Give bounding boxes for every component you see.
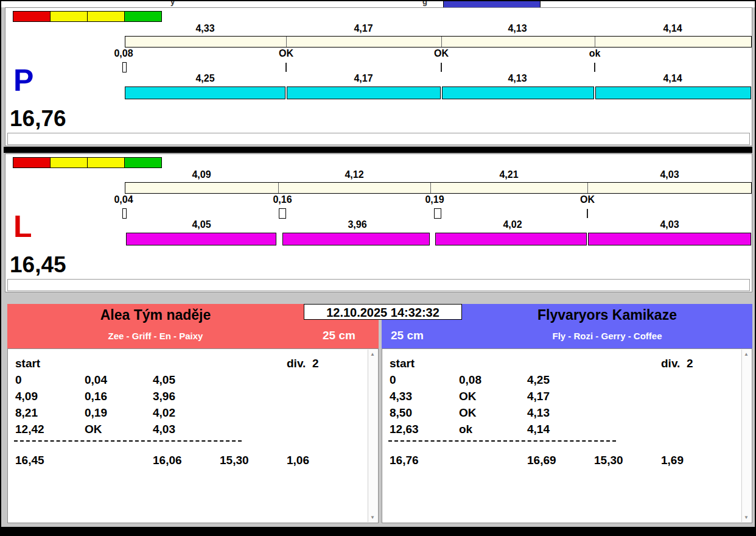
datetime-display: 12.10.2025 14:32:32 [304,304,462,320]
change-marker-3: OK [405,48,478,59]
start-lights [13,11,162,22]
leg-time-4: 4,03 [633,219,706,230]
division-label: div. 2 [661,357,693,370]
lane-divider [4,147,752,153]
leg-bar-segment [442,86,594,99]
change-time: OK [459,390,477,403]
change-tick-box [122,208,127,219]
record-time: 15,30 [594,454,623,467]
split-time-4: 4,14 [636,23,709,34]
leg-bar-segment [282,233,430,245]
light-yellow-2 [87,157,125,168]
totals-row: 16,45 16,06 15,30 1,06 [8,454,378,468]
leg-time-2: 3,96 [321,219,394,230]
split-time-3: 4,21 [472,169,545,180]
cumulative-time: 8,21 [15,406,38,420]
team-category: 25 cm [323,329,355,342]
leg-time: 4,14 [527,423,550,436]
change-marker-1: 0,08 [87,48,160,59]
leg-time: 4,17 [527,390,550,403]
change-tick-box [434,208,441,219]
division-label: div. 2 [287,357,318,370]
leg-time-1: 4,25 [169,73,242,84]
lane-total-time: 16,76 [10,107,66,131]
leg-time-4: 4,14 [636,73,709,84]
cumulative-time: 0 [390,373,396,387]
leg-bar-segment [126,233,276,245]
leg-bar-segment [125,86,285,99]
split-time-2: 4,12 [318,169,391,180]
light-red [13,157,51,168]
start-label: start [15,357,40,370]
toolbar-button-sliver[interactable] [443,1,541,7]
split-time-1: 4,09 [165,169,238,180]
totals-separator [14,440,242,442]
table-row: 4,09 0,16 3,96 [8,390,378,404]
change-marker-4: OK [551,194,624,205]
split-time-2: 4,17 [327,23,400,34]
change-time: 0,04 [85,373,107,387]
leg-time-3: 4,02 [476,219,549,230]
light-yellow-1 [50,11,88,22]
leg-bar-segment [435,233,587,245]
diff-time: 1,06 [287,454,309,467]
bar-separator [430,183,431,193]
lane-panel-left: 4,09 4,12 4,21 4,03 0,04 0,16 0,19 OK 4,… [5,153,752,292]
leg-time: 3,96 [153,390,175,403]
light-yellow-1 [50,157,88,168]
scroll-down-icon[interactable]: ▼ [368,515,377,520]
light-green [124,157,162,168]
team-left-results-panel: start div. 2 0 0,04 4,05 4,09 0,16 3,96 … [7,348,379,523]
change-marker-3: 0,19 [398,194,471,205]
table-row: 8,21 0,19 4,02 [8,406,378,421]
cumulative-time: 12,63 [390,423,419,436]
lane-letter: P [13,65,33,96]
record-time: 15,30 [220,454,249,467]
change-tick-line [587,209,588,218]
bar-separator [286,37,287,47]
cumulative-time: 4,09 [15,390,38,403]
leg-time-3: 4,13 [481,73,554,84]
change-time: OK [85,423,102,436]
change-time: OK [459,406,477,420]
flyball-timing-screen: ý g 4,33 4,17 4,13 4,14 0,08 OK OK ok 4,… [0,0,756,536]
change-marker-1: 0,04 [87,194,160,205]
leg-time: 4,13 [527,406,550,420]
light-red [13,11,51,22]
team-category: 25 cm [391,329,424,342]
scrollbar[interactable]: ▲ ▼ [368,350,377,522]
team-name: Alea Tým naděje [7,307,304,323]
team-members: Fly - Rozi - Gerry - Coffee [462,331,752,341]
change-marker-2: 0,16 [246,194,319,205]
change-tick-line [441,63,442,72]
change-time: 0,08 [459,373,481,387]
total-time: 16,45 [15,454,44,467]
scrollbar[interactable]: ▲ ▼ [741,350,751,522]
change-marker-4: ok [558,48,631,59]
window-top-strip: ý g [1,1,755,7]
split-time-1: 4,33 [169,23,242,34]
menu-text-fragment: ý [170,1,175,6]
light-green [124,11,162,22]
bar-separator [278,183,279,193]
totals-separator [388,440,616,442]
leg-bar-segment [287,86,441,99]
leg-bar-segment [588,233,751,245]
light-yellow-2 [87,11,125,22]
table-row: 12,42 OK 4,03 [8,423,378,437]
table-row: 0 0,04 4,05 [8,373,378,388]
scroll-down-icon[interactable]: ▼ [742,515,751,520]
scroll-up-icon[interactable]: ▲ [742,351,751,357]
leg-time: 4,02 [153,406,175,420]
leg-time: 4,05 [153,373,175,387]
lane-letter: L [13,211,32,242]
change-time: ok [459,423,472,436]
table-row: 4,33 OK 4,17 [382,390,752,404]
leg-time-2: 4,17 [327,73,400,84]
leg-time: 4,25 [527,373,550,387]
change-tick-line [594,63,595,72]
team-right-results-panel: start div. 2 0 0,08 4,25 4,33 OK 4,17 8,… [382,348,752,523]
lane-panel-right: 4,33 4,17 4,13 4,14 0,08 OK OK ok 4,25 4… [5,7,752,146]
scroll-up-icon[interactable]: ▲ [368,351,377,357]
cumulative-time: 4,33 [390,390,412,403]
